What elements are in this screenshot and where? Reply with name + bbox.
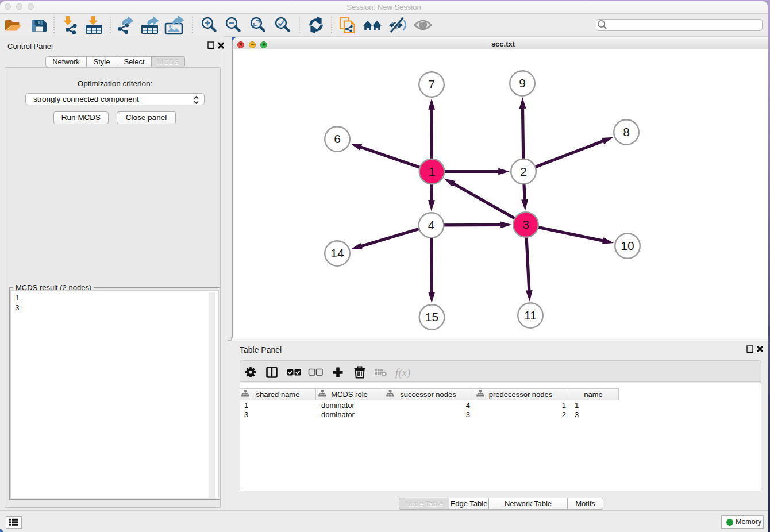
svg-text:14: 14 [330, 246, 344, 260]
svg-text:3: 3 [522, 218, 529, 231]
svg-text:9: 9 [519, 76, 526, 90]
svg-text:1: 1 [429, 165, 436, 178]
svg-text:8: 8 [623, 125, 630, 138]
svg-text:10: 10 [621, 239, 634, 252]
svg-text:11: 11 [524, 309, 537, 322]
svg-text:2: 2 [520, 165, 527, 178]
svg-text:15: 15 [425, 310, 438, 323]
svg-text:4: 4 [428, 218, 435, 232]
svg-text:7: 7 [428, 78, 435, 91]
svg-text:6: 6 [334, 132, 341, 145]
